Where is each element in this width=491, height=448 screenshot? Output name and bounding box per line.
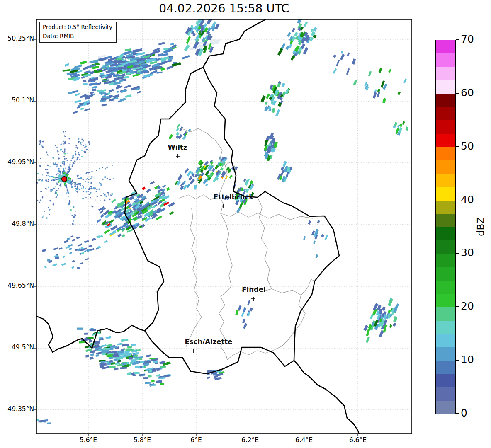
- echo-cell: [280, 170, 285, 176]
- clutter-cell: [110, 194, 112, 196]
- x-tick-label: 6.2°E: [231, 436, 269, 444]
- echo-cell: [156, 380, 162, 383]
- echo-cell: [101, 104, 107, 107]
- clutter-cell: [79, 189, 80, 190]
- clutter-cell: [28, 208, 29, 210]
- echo-cell: [132, 73, 140, 77]
- echo-cell: [347, 53, 350, 56]
- echo-cell: [131, 359, 136, 362]
- echo-cell: [99, 210, 104, 214]
- clutter-cell: [23, 185, 24, 186]
- echo-cell: [72, 239, 75, 241]
- echo-cell: [95, 354, 99, 357]
- echo-cell: [176, 124, 180, 128]
- clutter-cell: [20, 180, 21, 182]
- clutter-cell: [57, 173, 59, 175]
- clutter-cell: [90, 178, 91, 179]
- clutter-cell: [13, 184, 15, 186]
- clutter-cell: [95, 199, 96, 201]
- echo-cell: [378, 68, 382, 73]
- clutter-cell: [57, 194, 58, 196]
- colorbar-segment: [436, 401, 455, 414]
- clutter-cell: [34, 153, 36, 155]
- clutter-cell: [109, 179, 111, 180]
- echo-cell: [104, 229, 110, 234]
- echo-cell: [83, 80, 87, 82]
- y-tick-label: 49.35°N: [0, 405, 34, 413]
- echo-cell: [89, 60, 98, 63]
- echo-cell: [69, 248, 72, 250]
- colorbar-segment: [436, 134, 455, 147]
- clutter-cell: [46, 181, 47, 182]
- city-label: Esch/Alzette: [185, 338, 233, 346]
- echo-cell: [63, 256, 65, 258]
- echo-cell: [90, 353, 95, 356]
- colorbar-tick-mark: [456, 360, 459, 361]
- echo-cell: [119, 355, 124, 357]
- echo-cell: [374, 89, 377, 92]
- colorbar-tick-mark: [456, 146, 459, 147]
- echo-cell: [106, 354, 113, 357]
- clutter-cell: [64, 153, 66, 154]
- echo-cell: [397, 92, 401, 95]
- clutter-cell: [68, 138, 70, 139]
- clutter-cell: [100, 195, 102, 196]
- colorbar-segment: [436, 240, 455, 254]
- echo-cell: [85, 258, 89, 260]
- colorbar-segment: [436, 374, 455, 387]
- clutter-cell: [19, 155, 21, 157]
- clutter-cell: [88, 179, 89, 180]
- echo-cell: [88, 245, 92, 247]
- clutter-cell: [56, 174, 57, 175]
- echo-cell: [399, 124, 403, 127]
- clutter-cell: [68, 196, 69, 197]
- clutter-cell: [78, 141, 80, 143]
- echo-cell: [64, 240, 68, 243]
- clutter-cell: [68, 143, 70, 144]
- clutter-cell: [56, 147, 58, 148]
- echo-cell: [100, 214, 105, 218]
- clutter-cell: [72, 180, 73, 181]
- echo-cell: [275, 109, 280, 117]
- echo-cell: [53, 247, 58, 250]
- echo-cell: [211, 168, 215, 172]
- echo-cell: [266, 136, 270, 140]
- echo-cell: [97, 82, 101, 85]
- echo-cell: [250, 180, 253, 184]
- echo-cell: [148, 375, 152, 377]
- echo-cell: [125, 94, 132, 98]
- clutter-cell: [96, 189, 98, 190]
- city-plus-marker: [176, 154, 180, 158]
- clutter-cell: [81, 155, 83, 157]
- clutter-cell: [40, 191, 42, 192]
- echo-cell: [86, 249, 91, 252]
- echo-cell: [405, 126, 408, 131]
- clutter-cell: [91, 171, 93, 172]
- clutter-cell: [88, 182, 89, 183]
- radar-map-figure: 04.02.2026 15:58 UTC WiltzEttelbruckFind…: [0, 0, 491, 448]
- city-ettelbruck: Ettelbruck: [214, 193, 254, 208]
- clutter-cell: [27, 197, 28, 199]
- echo-cell: [368, 71, 372, 76]
- clutter-cell: [76, 191, 78, 193]
- colorbar-tick-label: 60: [461, 87, 474, 99]
- clutter-cell: [23, 155, 25, 157]
- echo-cell: [90, 248, 95, 251]
- echo-cell: [77, 267, 80, 269]
- echo-cell: [149, 358, 155, 359]
- echo-cell: [245, 189, 249, 193]
- clutter-cell: [70, 209, 72, 211]
- echo-cell: [313, 27, 317, 32]
- clutter-cell: [39, 179, 40, 180]
- clutter-cell: [81, 150, 83, 151]
- radar-site-marker: [62, 177, 67, 182]
- echo-cell: [84, 250, 86, 252]
- echo-cell: [65, 63, 70, 67]
- echo-cell: [77, 106, 80, 109]
- clutter-cell: [44, 211, 45, 212]
- canton-border-path: [181, 128, 225, 165]
- clutter-cell: [33, 167, 34, 168]
- echo-cell: [388, 69, 391, 73]
- clutter-cell: [63, 131, 64, 133]
- clutter-cell: [61, 149, 62, 150]
